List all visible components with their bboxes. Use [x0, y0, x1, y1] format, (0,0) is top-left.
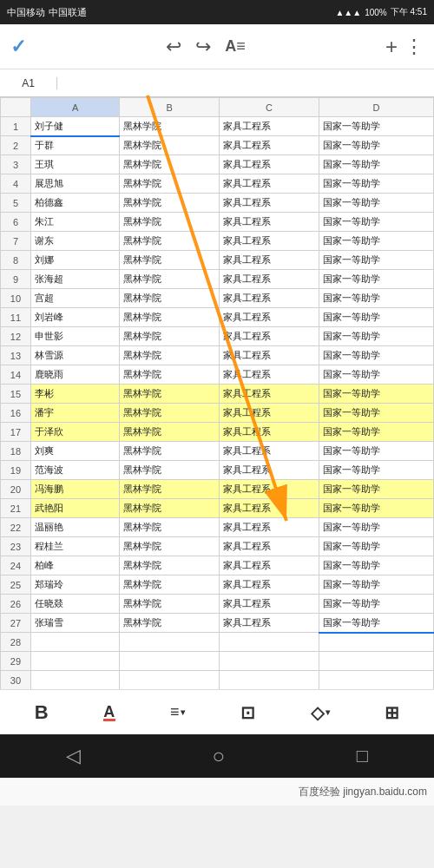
format-text-button[interactable]: A≡ — [225, 37, 246, 56]
wrap-button[interactable]: ⊡ — [232, 697, 264, 728]
cell-col-a[interactable]: 任晓燚 — [30, 595, 119, 614]
cell-col-a[interactable]: 于群 — [30, 136, 119, 155]
cell-col-a[interactable]: 程桂兰 — [30, 537, 119, 556]
cell-col-b[interactable]: 黑林学院 — [120, 270, 220, 289]
cell-col-d[interactable]: 国家一等助学 — [319, 213, 433, 232]
table-row[interactable]: 24柏峰黑林学院家具工程系国家一等助学 — [1, 556, 434, 575]
cell-col-d[interactable]: 国家一等助学 — [319, 404, 433, 423]
cell-col-a[interactable]: 刘子健 — [30, 117, 119, 136]
cell-col-d[interactable]: 国家一等助学 — [319, 194, 433, 213]
add-button[interactable]: + — [385, 35, 398, 59]
cell-col-b[interactable]: 黑林学院 — [120, 614, 220, 633]
cell-col-a[interactable]: 柏峰 — [30, 556, 119, 575]
cell-col-c[interactable]: 家具工程系 — [219, 155, 319, 174]
cell-col-c[interactable]: 家具工程系 — [219, 499, 319, 518]
table-row[interactable]: 13林雪源黑林学院家具工程系国家一等助学 — [1, 346, 434, 365]
cell-col-a[interactable]: 柏德鑫 — [30, 194, 119, 213]
cell-col-d[interactable]: 国家一等助学 — [319, 575, 433, 595]
cell-col-c[interactable]: 家具工程系 — [219, 442, 319, 461]
cell-col-d[interactable]: 国家一等助学 — [319, 614, 433, 633]
cell-col-d[interactable]: 国家一等助学 — [319, 289, 433, 308]
cell-col-a[interactable]: 鹿晓雨 — [30, 365, 119, 385]
cell-col-b[interactable]: 黑林学院 — [120, 404, 220, 423]
cell-col-b[interactable]: 黑林学院 — [120, 385, 220, 404]
cell-col-b[interactable]: 黑林学院 — [120, 461, 220, 480]
cell-col-d[interactable] — [319, 633, 433, 652]
cell-col-c[interactable]: 家具工程系 — [219, 117, 319, 136]
cell-col-d[interactable] — [319, 671, 433, 690]
cell-col-c[interactable]: 家具工程系 — [219, 614, 319, 633]
cell-col-c[interactable] — [219, 671, 319, 690]
cell-col-a[interactable]: 刘爽 — [30, 442, 119, 461]
cell-col-d[interactable]: 国家一等助学 — [319, 232, 433, 251]
cell-col-a[interactable]: 范海波 — [30, 461, 119, 480]
table-row[interactable]: 2于群黑林学院家具工程系国家一等助学 — [1, 136, 434, 155]
cell-col-b[interactable]: 黑林学院 — [120, 194, 220, 213]
table-row[interactable]: 19范海波黑林学院家具工程系国家一等助学 — [1, 461, 434, 480]
table-row[interactable]: 28 — [1, 633, 434, 652]
cell-col-b[interactable]: 黑林学院 — [120, 442, 220, 461]
cell-col-c[interactable]: 家具工程系 — [219, 480, 319, 499]
fill-color-button[interactable]: ◇ ▾ — [302, 697, 339, 728]
cell-col-a[interactable]: 朱江 — [30, 213, 119, 232]
table-row[interactable]: 9张海超黑林学院家具工程系国家一等助学 — [1, 270, 434, 289]
font-color-button[interactable]: A — [95, 698, 123, 727]
table-row[interactable]: 5柏德鑫黑林学院家具工程系国家一等助学 — [1, 194, 434, 213]
align-button[interactable]: ≡ ▾ — [161, 698, 194, 727]
table-row[interactable]: 15李彬黑林学院家具工程系国家一等助学 — [1, 385, 434, 404]
cell-col-b[interactable]: 黑林学院 — [120, 232, 220, 251]
more-options-button[interactable]: ⋮ — [404, 36, 424, 58]
cell-col-a[interactable]: 张瑞雪 — [30, 614, 119, 633]
cell-col-b[interactable]: 黑林学院 — [120, 155, 220, 174]
cell-col-a[interactable]: 王琪 — [30, 155, 119, 174]
cell-col-d[interactable]: 国家一等助学 — [319, 595, 433, 614]
cell-col-a[interactable]: 李彬 — [30, 385, 119, 404]
cell-col-b[interactable] — [120, 633, 220, 652]
cell-col-c[interactable]: 家具工程系 — [219, 575, 319, 595]
home-nav-button[interactable]: ○ — [213, 744, 226, 768]
col-a-header[interactable]: A — [30, 98, 119, 117]
cell-col-b[interactable]: 黑林学院 — [120, 289, 220, 308]
cell-col-c[interactable]: 家具工程系 — [219, 136, 319, 155]
borders-button[interactable]: ⊞ — [376, 697, 408, 728]
table-row[interactable]: 26任晓燚黑林学院家具工程系国家一等助学 — [1, 595, 434, 614]
col-c-header[interactable]: C — [219, 98, 319, 117]
cell-col-c[interactable]: 家具工程系 — [219, 556, 319, 575]
cell-col-a[interactable]: 冯海鹏 — [30, 480, 119, 499]
table-row[interactable]: 27张瑞雪黑林学院家具工程系国家一等助学 — [1, 614, 434, 633]
table-row[interactable]: 29 — [1, 652, 434, 671]
cell-col-b[interactable]: 黑林学院 — [120, 117, 220, 136]
cell-col-d[interactable]: 国家一等助学 — [319, 117, 433, 136]
cell-col-a[interactable]: 刘岩峰 — [30, 308, 119, 327]
cell-col-b[interactable]: 黑林学院 — [120, 136, 220, 155]
cell-col-a[interactable]: 于泽欣 — [30, 423, 119, 442]
cell-col-d[interactable]: 国家一等助学 — [319, 308, 433, 327]
cell-col-c[interactable]: 家具工程系 — [219, 232, 319, 251]
cell-col-b[interactable]: 黑林学院 — [120, 365, 220, 385]
cell-col-c[interactable]: 家具工程系 — [219, 365, 319, 385]
cell-col-d[interactable]: 国家一等助学 — [319, 480, 433, 499]
table-row[interactable]: 12申世影黑林学院家具工程系国家一等助学 — [1, 327, 434, 346]
table-row[interactable]: 16潘宇黑林学院家具工程系国家一等助学 — [1, 404, 434, 423]
cell-col-b[interactable]: 黑林学院 — [120, 174, 220, 194]
table-row[interactable]: 30 — [1, 671, 434, 690]
cell-col-a[interactable] — [30, 652, 119, 671]
confirm-icon[interactable]: ✓ — [10, 36, 26, 58]
cell-reference[interactable]: A1 — [5, 77, 57, 89]
table-row[interactable]: 11刘岩峰黑林学院家具工程系国家一等助学 — [1, 308, 434, 327]
table-row[interactable]: 21武艳阳黑林学院家具工程系国家一等助学 — [1, 499, 434, 518]
cell-col-c[interactable]: 家具工程系 — [219, 595, 319, 614]
cell-col-c[interactable]: 家具工程系 — [219, 270, 319, 289]
table-row[interactable]: 10宫超黑林学院家具工程系国家一等助学 — [1, 289, 434, 308]
col-d-header[interactable]: D — [319, 98, 433, 117]
cell-col-c[interactable]: 家具工程系 — [219, 537, 319, 556]
cell-col-c[interactable]: 家具工程系 — [219, 423, 319, 442]
cell-col-c[interactable]: 家具工程系 — [219, 174, 319, 194]
cell-col-a[interactable]: 展思旭 — [30, 174, 119, 194]
col-b-header[interactable]: B — [120, 98, 220, 117]
cell-col-d[interactable]: 国家一等助学 — [319, 556, 433, 575]
cell-col-d[interactable]: 国家一等助学 — [319, 442, 433, 461]
table-row[interactable]: 4展思旭黑林学院家具工程系国家一等助学 — [1, 174, 434, 194]
cell-col-d[interactable]: 国家一等助学 — [319, 518, 433, 537]
cell-col-b[interactable]: 黑林学院 — [120, 518, 220, 537]
